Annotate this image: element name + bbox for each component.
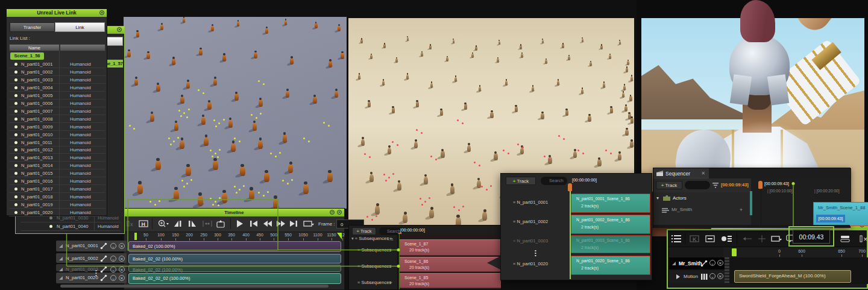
export-icon[interactable] [216,219,225,228]
link-list-row[interactable]: N_part01_0017Humanoid [9,185,105,193]
floating-block[interactable]: N_part01_0001_Scene_1_862 track(s) [571,194,650,213]
link-list-row[interactable]: N_part01_0016Humanoid [9,177,105,185]
link-list-row[interactable]: N_part01_0004Humanoid [9,84,105,92]
bone-icon[interactable] [100,242,107,250]
expand-caret[interactable]: ▾ [656,195,659,201]
chevron-circle-icon[interactable]: ⌄ [110,243,116,249]
search-input[interactable] [685,181,710,189]
track-header-row[interactable]: N_part01_0003⌄✕ [56,264,127,271]
close-circle-icon[interactable]: ✕ [717,260,723,266]
playhead-pin[interactable] [758,181,763,189]
close-icon[interactable]: ✕ [117,27,122,32]
expand-triangle-icon[interactable] [59,268,63,271]
track-header-row[interactable]: N_part01_0020⌄✕ [56,273,127,283]
track-header-row[interactable]: N_part01_0001⌄✕ [56,241,127,251]
outliner-icon[interactable] [671,235,681,243]
link-list-row[interactable]: N_part01_0015Humanoid [9,169,105,177]
bone-icon[interactable] [700,260,708,267]
floating-block[interactable]: N_part01_0003_Scene_1_862 track(s) [571,235,650,253]
link-list-row[interactable]: N_part01_0005Humanoid [9,92,105,99]
view-options-icon[interactable] [721,235,732,243]
tab-link[interactable]: Link [55,22,105,32]
subsequence-row[interactable]: ≡ Subsequences+ [357,247,396,253]
viewport-3d-scene[interactable] [124,17,347,209]
go-to-start-button[interactable] [250,219,258,228]
link-list-row[interactable]: N_part01_0010Humanoid [9,131,105,139]
link-list-row[interactable]: N_part01_0040Humanoid [20,222,121,231]
close-circle-icon[interactable]: ✕ [119,266,125,273]
live-link-titlebar[interactable]: Unreal Live Link ✕ [7,9,107,17]
loop-mode-icon[interactable] [770,235,782,243]
layers-icon[interactable] [840,235,850,243]
link-list-row[interactable]: N_part01_0011Humanoid [9,139,105,147]
expand-triangle-icon[interactable] [59,257,63,260]
link-list-row[interactable]: N_part01_0007Humanoid [9,107,105,115]
close-circle-icon[interactable]: ✕ [119,275,125,281]
floating-row[interactable]: ≡ N_part01_0002 + [513,219,568,224]
detach-icon[interactable]: x [127,219,135,228]
add-track-button[interactable]: + Track [656,181,682,189]
go-to-end-button[interactable] [289,219,298,228]
subsequences-parent-row[interactable]: ▾ ≡ Subsequences+ [351,236,396,241]
range-end-bracket[interactable] [337,233,342,239]
snap-icon[interactable] [743,235,752,243]
link-list-row[interactable]: N_part01_0012Humanoid [9,146,105,154]
link-list-row[interactable]: N_part01_0020Humanoid [9,209,105,216]
add-key-icon[interactable] [757,235,767,243]
step-forward-icon[interactable] [188,219,197,228]
close-icon[interactable]: ✕ [99,10,104,15]
motion-clip[interactable]: SwordShield_ForgeAhead_M (100.00%) [734,270,851,283]
playhead-pin[interactable] [568,183,572,191]
actors-folder-label[interactable]: Actors [673,195,687,201]
fit-horizontal-icon[interactable]: H [139,219,148,228]
column-header-name[interactable]: Name [9,44,60,51]
collapse-icon[interactable] [705,235,715,243]
link-list-row[interactable]: N_part01_0008Humanoid [9,115,105,123]
add-track-button[interactable]: + Track [352,227,376,235]
zoom-icon[interactable] [158,219,169,228]
link-list-row[interactable]: N_part01_0002Humanoid [9,68,105,76]
fast-forward-button[interactable] [276,219,286,228]
close-circle-icon[interactable]: ✕ [119,243,125,249]
expand-triangle-icon[interactable] [59,276,63,280]
floating-row[interactable]: ≡ N_part01_0003 + [513,238,568,244]
sequencer-tab[interactable]: Sequencer ✕ [653,168,709,178]
timeline-clip[interactable]: Baked_02_02 (100.00%) [128,265,341,272]
link-list-row[interactable]: N_part01_0001Humanoid [9,60,105,68]
track-header-row[interactable]: N_part01_0002⌄✕ [56,253,127,263]
floating-block[interactable]: N_part01_0020_Scene_1_862 track(s) [571,256,650,275]
back-panel-scene-badge[interactable]: Scene_1_57 [106,60,123,68]
link-list-row[interactable]: N_part01_0014Humanoid [9,162,105,169]
subsequence-block[interactable]: Scene_1_8520 track(s) [400,273,501,288]
expand-triangle-icon[interactable] [676,274,680,279]
mr-smith-clip[interactable]: Mr_Smith_Scene_1_88 [00:00:09:43] [813,202,868,226]
link-list-row[interactable]: N_part01_0018Humanoid [9,193,105,201]
search-input[interactable]: Search [541,177,567,185]
horizontal-scrollbar[interactable] [60,285,329,288]
play-button[interactable] [236,219,244,228]
subsequence-block[interactable]: Scene_1_8720 track(s) [400,239,501,256]
link-list-row[interactable]: N_part01_0003Humanoid [9,76,105,84]
close-circle-icon[interactable]: ✕ [717,273,723,279]
expand-triangle-icon[interactable] [672,262,676,265]
tab-transfer[interactable]: Transfer [10,22,55,32]
range-icon[interactable] [203,219,212,228]
scene-group-badge[interactable]: Scene_1_56 [10,52,44,60]
frame-ruler[interactable]: 0600650700105011001150 [723,247,867,257]
floating-block[interactable]: N_part01_0002_Scene_1_862 track(s) [571,215,650,234]
chevron-circle-icon[interactable]: ⌄ [709,260,715,266]
motion-row[interactable]: Motion ⌄ ✕ [669,271,725,283]
bars-icon[interactable] [700,274,708,280]
close-circle-icon[interactable]: ✕ [119,256,125,262]
close-icon[interactable]: ✕ [337,210,342,215]
column-header-type[interactable] [60,44,105,51]
subsequence-row[interactable]: ≡ Subsequences+ [357,280,396,285]
chevron-circle-icon[interactable]: ⌄ [709,273,715,279]
subsequence-row[interactable]: ≡ Subsequences+ [357,263,396,269]
step-backward-icon[interactable] [174,219,182,228]
expand-triangle-icon[interactable] [59,244,63,248]
chevron-circle-icon[interactable]: ⌄ [110,266,116,273]
rewind-button[interactable] [263,219,272,228]
add-track-button[interactable]: + Track [506,177,536,185]
keyframe-icon[interactable]: K [690,235,699,243]
